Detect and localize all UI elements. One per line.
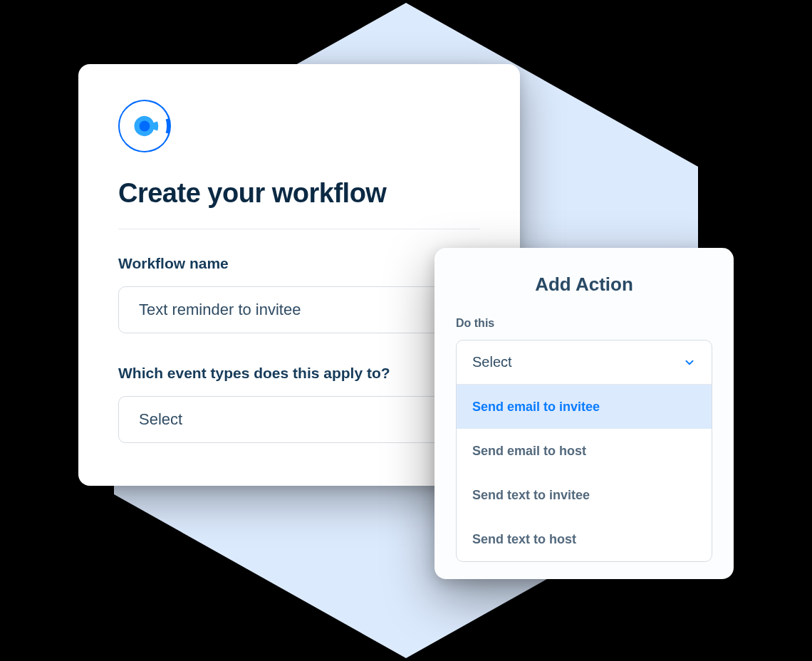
svg-point-2 <box>140 121 150 132</box>
calendly-logo-icon <box>118 100 171 152</box>
workflow-name-label: Workflow name <box>118 255 480 272</box>
event-types-field: Which event types does this apply to? Se… <box>118 365 480 443</box>
workflow-name-input[interactable] <box>118 286 480 333</box>
chevron-down-icon <box>683 356 696 369</box>
action-option-send-email-to-invitee[interactable]: Send email to invitee <box>457 385 712 429</box>
divider <box>118 229 480 229</box>
event-types-select-text: Select <box>139 410 182 429</box>
page-title: Create your workflow <box>118 178 480 209</box>
action-dropdown: Select Send email to invitee Send email … <box>456 340 712 562</box>
action-option-send-email-to-host[interactable]: Send email to host <box>457 429 712 473</box>
add-action-title: Add Action <box>456 274 712 296</box>
workflow-name-field: Workflow name <box>118 255 480 333</box>
action-dropdown-placeholder: Select <box>472 354 512 370</box>
add-action-card: Add Action Do this Select Send email to … <box>434 248 734 579</box>
event-types-select[interactable]: Select <box>118 396 480 443</box>
action-option-send-text-to-host[interactable]: Send text to host <box>457 517 712 561</box>
do-this-label: Do this <box>456 317 712 330</box>
action-option-send-text-to-invitee[interactable]: Send text to invitee <box>457 473 712 517</box>
action-dropdown-trigger[interactable]: Select <box>457 340 712 385</box>
event-types-label: Which event types does this apply to? <box>118 365 480 382</box>
